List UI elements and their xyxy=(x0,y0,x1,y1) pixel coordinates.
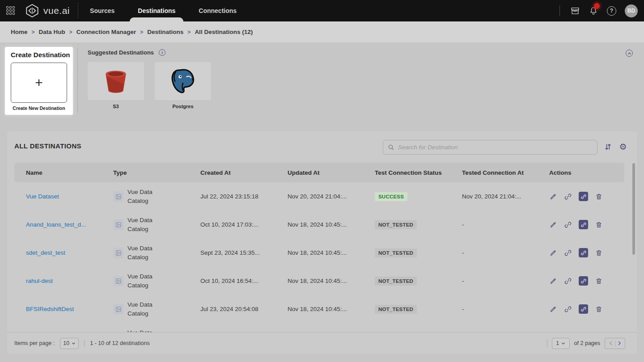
breadcrumb-destinations[interactable]: Destinations xyxy=(147,29,183,35)
destinations-top-section: Create Destination + Create New Destinat… xyxy=(0,42,644,131)
delete-button[interactable] xyxy=(595,277,603,285)
create-new-destination-button[interactable]: + xyxy=(11,63,67,103)
pencil-icon xyxy=(550,193,557,200)
updated-at-value: Nov 18, 2024 10:45:... xyxy=(276,221,363,228)
delete-button[interactable] xyxy=(595,249,603,257)
create-destination-card: Create Destination + Create New Destinat… xyxy=(5,47,73,115)
breadcrumb-data-hub[interactable]: Data Hub xyxy=(39,29,65,35)
link-filled-icon xyxy=(581,194,586,199)
destination-type: Vue Data Catalog xyxy=(127,328,160,332)
all-destinations-card: ALL DESTINATIONS ⚙ Name Type Created At … xyxy=(7,131,637,354)
edit-button[interactable] xyxy=(549,277,557,285)
nav-item-label: Sources xyxy=(90,7,114,14)
footer-divider xyxy=(84,340,85,347)
table-scrollbar[interactable] xyxy=(632,163,635,255)
vue-data-catalog-icon xyxy=(113,276,124,286)
brand-logo[interactable]: vue.ai xyxy=(25,4,70,18)
destination-name-link[interactable]: rahul-dest xyxy=(26,278,53,284)
previous-page-button[interactable] xyxy=(607,339,615,347)
destination-name-link[interactable]: Vue Dataset xyxy=(26,193,59,200)
view-connections-button[interactable] xyxy=(579,276,588,286)
status-badge: NOT_TESTED xyxy=(375,277,417,286)
tested-at-value: - xyxy=(450,221,538,228)
search-input[interactable] xyxy=(398,144,593,151)
test-connection-button[interactable] xyxy=(564,277,572,285)
tested-at-value: Nov 20, 2024 21:04:... xyxy=(450,193,538,200)
marketplace-button[interactable] xyxy=(570,6,580,16)
test-connection-button[interactable] xyxy=(564,193,572,201)
plus-icon: + xyxy=(35,76,43,89)
nav-item-connections[interactable]: Connections xyxy=(187,0,248,21)
total-pages-text: of 2 pages xyxy=(574,340,600,346)
help-button[interactable]: ? xyxy=(607,6,616,16)
collapse-section-button[interactable] xyxy=(626,50,633,57)
items-per-page-select[interactable]: 10 xyxy=(60,338,79,349)
suggested-destination-s3[interactable]: S3 xyxy=(88,62,144,109)
sort-icon xyxy=(604,143,612,151)
main-nav: Sources Destinations Connections xyxy=(78,0,248,21)
page-select[interactable]: 1 xyxy=(552,338,570,349)
info-glyph: i xyxy=(161,50,163,55)
nav-item-destinations[interactable]: Destinations xyxy=(126,0,187,21)
destination-name-link[interactable]: Anand_loans_test_d... xyxy=(26,221,86,228)
tile-label: Postgres xyxy=(155,104,211,109)
column-header-updated-at: Updated At xyxy=(276,169,363,176)
next-page-button[interactable] xyxy=(615,339,623,347)
table-settings-button[interactable]: ⚙ xyxy=(619,143,627,152)
destination-type: Vue Data Catalog xyxy=(127,300,160,318)
table-body: Vue Dataset Vue Data Catalog Jul 22, 202… xyxy=(14,182,624,332)
breadcrumb-home[interactable]: Home xyxy=(11,29,28,35)
chevron-down-icon xyxy=(72,341,76,345)
created-at-value: Jul 23, 2024 20:54:08 xyxy=(189,306,276,312)
nav-item-sources[interactable]: Sources xyxy=(78,0,126,21)
pagination-range-text: 1 - 10 of 12 destinations xyxy=(90,340,149,346)
updated-at-value: Nov 18, 2024 10:45:... xyxy=(276,306,363,312)
user-avatar[interactable]: BD xyxy=(625,4,638,17)
items-per-page-value: 10 xyxy=(63,340,69,346)
breadcrumb-separator: > xyxy=(187,29,191,35)
view-connections-button[interactable] xyxy=(579,220,588,229)
vue-data-catalog-icon xyxy=(113,248,124,258)
edit-button[interactable] xyxy=(549,305,557,313)
delete-button[interactable] xyxy=(595,193,603,201)
notification-dot xyxy=(594,3,600,9)
brand-name: vue.ai xyxy=(43,5,70,16)
notifications-button[interactable] xyxy=(589,6,598,16)
tested-at-value: - xyxy=(450,249,538,256)
destination-type: Vue Data Catalog xyxy=(127,272,160,290)
test-connection-button[interactable] xyxy=(564,305,572,313)
app-launcher-icon[interactable] xyxy=(6,6,15,15)
destination-name-link[interactable]: BFSIRedshiftDest xyxy=(26,306,74,312)
link-icon xyxy=(564,221,572,228)
trash-icon xyxy=(595,193,602,200)
active-tab-indicator xyxy=(130,17,183,21)
delete-button[interactable] xyxy=(595,221,603,229)
pencil-icon xyxy=(550,249,557,257)
sort-button[interactable] xyxy=(604,143,613,152)
edit-button[interactable] xyxy=(549,221,557,229)
link-filled-icon xyxy=(581,307,586,312)
postgres-icon xyxy=(169,67,197,95)
suggested-destination-postgres[interactable]: Postgres xyxy=(155,62,211,109)
link-icon xyxy=(564,249,572,257)
table-row: Vue Dataset Vue Data Catalog Jul 22, 202… xyxy=(14,182,624,210)
breadcrumb-connection-manager[interactable]: Connection Manager xyxy=(76,29,136,35)
destination-type: Vue Data Catalog xyxy=(127,188,160,205)
avatar-initials: BD xyxy=(627,8,635,14)
tested-at-value: - xyxy=(450,306,538,312)
section-divider xyxy=(77,49,78,112)
info-icon[interactable]: i xyxy=(159,49,165,56)
test-connection-button[interactable] xyxy=(564,221,572,229)
view-connections-button[interactable] xyxy=(579,248,588,257)
view-connections-button[interactable] xyxy=(579,304,588,314)
test-connection-button[interactable] xyxy=(564,249,572,257)
trash-icon xyxy=(595,278,602,285)
destination-name-link[interactable]: sdet_dest_test xyxy=(26,249,65,256)
search-icon xyxy=(388,144,394,151)
delete-button[interactable] xyxy=(595,305,603,313)
breadcrumb-separator: > xyxy=(140,29,143,35)
edit-button[interactable] xyxy=(549,249,557,257)
pencil-icon xyxy=(550,306,557,313)
view-connections-button[interactable] xyxy=(579,192,588,201)
edit-button[interactable] xyxy=(549,193,557,201)
